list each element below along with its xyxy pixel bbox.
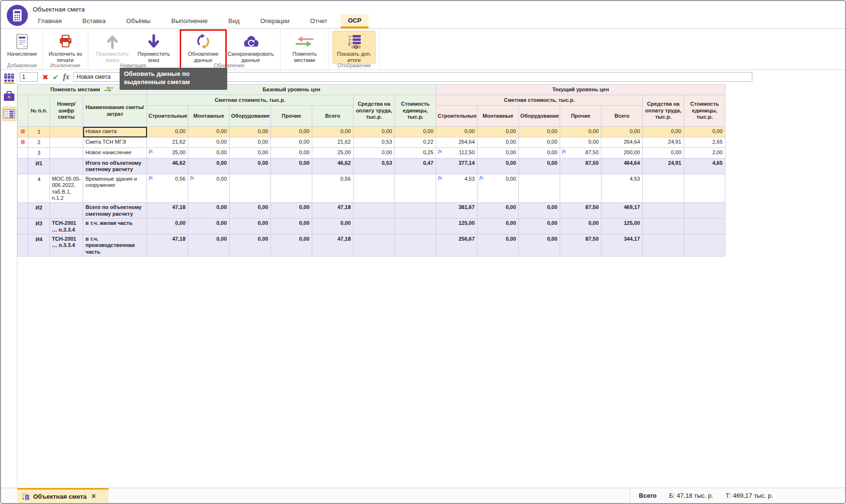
value-cell[interactable] <box>395 234 436 257</box>
value-cell[interactable]: 0,00 <box>478 219 519 234</box>
accrual-button[interactable]: Начисление <box>5 31 39 58</box>
value-cell[interactable]: 21,62 <box>147 137 188 148</box>
tab-osr[interactable]: ОСР <box>341 14 368 28</box>
value-cell[interactable] <box>395 203 436 219</box>
tab-operacii[interactable]: Операции <box>253 14 297 28</box>
value-cell[interactable] <box>354 174 395 203</box>
value-cell[interactable]: 21,62 <box>312 137 354 148</box>
value-cell[interactable]: 4,65 <box>684 159 725 174</box>
value-cell[interactable]: 0,00 <box>188 137 230 148</box>
base-col-vsego[interactable]: Всего <box>312 106 354 127</box>
value-cell[interactable]: 0,00 <box>230 137 271 148</box>
row-code-cell[interactable] <box>50 127 83 137</box>
value-cell[interactable]: 47,18 <box>312 234 354 257</box>
value-cell[interactable]: 0,00 <box>230 219 271 234</box>
value-cell[interactable] <box>354 219 395 234</box>
value-cell[interactable]: 125,00 <box>601 219 643 234</box>
base-col-montazhnye[interactable]: Монтажные <box>188 106 230 127</box>
value-cell[interactable]: 0,00 <box>188 127 230 137</box>
value-cell[interactable]: 264,64 <box>436 137 478 148</box>
value-cell[interactable]: 0,00 <box>312 219 354 234</box>
tab-otchet[interactable]: Отчет <box>303 14 335 28</box>
show-extra-totals-button[interactable]: Показать доп. итоги <box>332 31 376 64</box>
value-cell[interactable]: 47,18 <box>147 234 188 257</box>
row-number-cell[interactable]: 3 <box>28 148 50 159</box>
value-cell[interactable]: 464,64 <box>601 159 643 174</box>
row-code-cell[interactable] <box>50 148 83 159</box>
value-cell[interactable]: 0,00 <box>478 159 519 174</box>
value-cell[interactable]: 200,00 <box>601 148 643 159</box>
value-cell[interactable]: 0,00 <box>230 234 271 257</box>
current-col-vsego[interactable]: Всего <box>601 106 643 127</box>
row-number-input[interactable] <box>20 72 38 82</box>
row-name-cell[interactable]: Всего по объектному сметному расчету <box>83 203 147 219</box>
value-cell[interactable]: 0,00 <box>478 148 519 159</box>
value-cell[interactable]: 0,00 <box>354 148 395 159</box>
value-cell[interactable] <box>643 174 684 203</box>
value-cell[interactable]: 0,00 <box>519 127 560 137</box>
value-cell[interactable] <box>230 174 271 203</box>
row-name-cell[interactable]: Итого по объектному сметному расчету <box>83 159 147 174</box>
value-cell[interactable] <box>560 174 601 203</box>
value-cell[interactable] <box>395 219 436 234</box>
value-cell[interactable]: 0,56 <box>312 174 354 203</box>
value-cell[interactable]: 46,62 <box>147 159 188 174</box>
tab-vstavka[interactable]: Вставка <box>75 14 112 28</box>
value-cell[interactable]: 377,14 <box>436 159 478 174</box>
value-cell[interactable]: fx0,00 <box>188 174 230 203</box>
value-cell[interactable]: 0,22 <box>395 137 436 148</box>
value-cell[interactable] <box>395 174 436 203</box>
value-cell[interactable] <box>643 219 684 234</box>
row-code-cell[interactable] <box>50 137 83 148</box>
row-name-cell[interactable]: в т.ч. жилая часть <box>83 219 147 234</box>
refresh-data-button[interactable]: Обновление данных <box>182 31 225 64</box>
value-cell[interactable]: 0,00 <box>519 203 560 219</box>
value-cell[interactable]: 469,17 <box>601 203 643 219</box>
value-cell[interactable]: 0,00 <box>188 219 230 234</box>
value-cell[interactable]: 0,00 <box>519 148 560 159</box>
value-cell[interactable]: 0,00 <box>478 203 519 219</box>
value-cell[interactable]: 0,47 <box>395 159 436 174</box>
value-cell[interactable]: 0,00 <box>643 127 684 137</box>
row-code-cell[interactable]: ТСН-2001… п.3.3.4 <box>50 219 83 234</box>
value-cell[interactable] <box>684 203 725 219</box>
document-tab[interactable]: Объектная смета × <box>17 488 109 503</box>
cancel-icon[interactable]: ✖ <box>42 74 49 81</box>
value-cell[interactable]: 0,00 <box>271 219 312 234</box>
row-number-cell[interactable]: И3 <box>28 219 50 234</box>
value-cell[interactable]: 0,00 <box>271 148 312 159</box>
value-cell[interactable]: 264,64 <box>601 137 643 148</box>
value-cell[interactable]: 0,00 <box>519 159 560 174</box>
value-cell[interactable]: 0,00 <box>478 127 519 137</box>
value-cell[interactable]: 87,50 <box>560 203 601 219</box>
value-cell[interactable] <box>643 203 684 219</box>
value-cell[interactable]: 0,00 <box>560 127 601 137</box>
row-code-cell[interactable] <box>50 203 83 219</box>
row-number-cell[interactable]: И4 <box>28 234 50 257</box>
value-cell[interactable]: fx0,00 <box>478 174 519 203</box>
value-cell[interactable]: 0,00 <box>519 137 560 148</box>
value-cell[interactable]: 0,00 <box>188 203 230 219</box>
value-cell[interactable]: 0,25 <box>395 148 436 159</box>
value-cell[interactable]: 0,00 <box>271 234 312 257</box>
base-col-oborudovanie[interactable]: Оборудование <box>230 106 271 127</box>
tab-vid[interactable]: Вид <box>221 14 247 28</box>
current-col-oborudovanie[interactable]: Оборудование <box>519 106 560 127</box>
value-cell[interactable]: fx87,50 <box>560 148 601 159</box>
value-cell[interactable]: 25,00 <box>312 148 354 159</box>
value-cell[interactable]: 381,67 <box>436 203 478 219</box>
sync-data-button[interactable]: Синхронизировать данные <box>225 31 277 64</box>
value-cell[interactable]: 0,00 <box>684 127 725 137</box>
value-cell[interactable] <box>684 219 725 234</box>
row-code-cell[interactable]: МОС.05.05-006.2022, таб.В.1, п.1.2 <box>50 174 83 203</box>
value-cell[interactable]: 4,53 <box>601 174 643 203</box>
value-cell[interactable]: 2,65 <box>684 137 725 148</box>
value-cell[interactable]: 0,00 <box>230 203 271 219</box>
value-cell[interactable]: 24,91 <box>643 137 684 148</box>
rail-item-briefcase[interactable] <box>2 89 16 103</box>
rail-item-spreadsheet[interactable] <box>2 107 16 121</box>
value-cell[interactable]: 344,17 <box>601 234 643 257</box>
row-number-cell[interactable]: 1 <box>28 127 50 137</box>
value-cell[interactable] <box>684 234 725 257</box>
value-cell[interactable] <box>519 174 560 203</box>
